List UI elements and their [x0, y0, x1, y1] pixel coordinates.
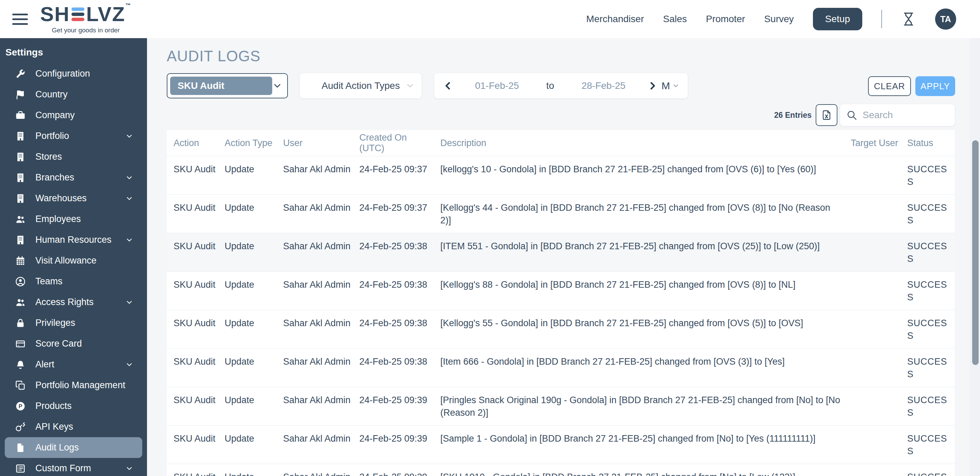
sidebar-item-score-card[interactable]: Score Card — [5, 333, 142, 354]
sidebar-item-visit-allowance[interactable]: Visit Allowance — [5, 250, 142, 271]
sidebar-item-configuration[interactable]: Configuration — [5, 63, 142, 84]
hourglass-icon[interactable] — [901, 11, 916, 27]
granularity-select[interactable]: M — [662, 80, 679, 92]
audit-action-types-placeholder: Audit Action Types — [321, 80, 400, 91]
sidebar-item-employees[interactable]: Employees — [5, 209, 142, 230]
cell-user: Sahar Akl Admin — [283, 471, 360, 476]
sidebar-item-branches[interactable]: Branches — [5, 167, 142, 188]
sidebar-item-label: Configuration — [35, 69, 90, 79]
nav-item-merchandiser[interactable]: Merchandiser — [586, 14, 644, 24]
next-period-button[interactable] — [646, 80, 658, 92]
column-header-target-user: Target User — [851, 138, 907, 149]
cell-user: Sahar Akl Admin — [283, 394, 360, 407]
previous-period-button[interactable] — [442, 80, 454, 92]
sidebar-item-human-resources[interactable]: Human Resources — [5, 230, 142, 250]
sidebar-item-privileges[interactable]: Privileges — [5, 313, 142, 333]
hamburger-menu-icon[interactable] — [12, 14, 28, 25]
chevron-down-icon — [272, 74, 282, 98]
sidebar-item-portfolio-management[interactable]: Portfolio Management — [5, 375, 142, 396]
clear-button[interactable]: CLEAR — [868, 76, 911, 96]
sidebar-item-teams[interactable]: Teams — [5, 271, 142, 292]
table-row: SKU Audit Update Sahar Akl Admin 24-Feb-… — [167, 348, 955, 387]
sidebar-item-api-keys[interactable]: API Keys — [5, 417, 142, 437]
form-icon — [15, 463, 26, 474]
sidebar-item-country[interactable]: Country — [5, 84, 142, 105]
building-icon — [15, 172, 26, 183]
sidebar-item-access-rights[interactable]: Access Rights — [5, 292, 142, 313]
top-bar: SH LVZ ™ Get your goods in order Merchan… — [0, 0, 980, 38]
audit-type-selected-tag[interactable]: SKU Audit — [170, 77, 272, 95]
cell-status: SUCCESS — [907, 201, 955, 227]
table-row: SKU Audit Update Sahar Akl Admin 24-Feb-… — [167, 156, 955, 195]
sidebar-item-warehouses[interactable]: Warehouses — [5, 188, 142, 209]
sidebar-item-label: Employees — [35, 214, 81, 224]
column-header-user: User — [283, 138, 360, 149]
granularity-value: M — [662, 80, 670, 92]
logo-text-suffix: LVZ — [86, 4, 125, 24]
sidebar-item-audit-logs[interactable]: Audit Logs — [5, 437, 142, 458]
cell-created-on: 24-Feb-25 09:38 — [360, 278, 440, 291]
sidebar-item-stores[interactable]: Stores — [5, 146, 142, 167]
table-body: SKU Audit Update Sahar Akl Admin 24-Feb-… — [167, 156, 955, 476]
scrollbar-thumb[interactable] — [972, 140, 978, 365]
cell-action: SKU Audit — [167, 240, 224, 252]
cell-status: SUCCESS — [907, 355, 955, 381]
sidebar-item-label: Country — [35, 89, 68, 100]
sidebar-item-label: Privileges — [35, 318, 75, 328]
avatar[interactable]: TA — [935, 8, 956, 30]
cell-user: Sahar Akl Admin — [283, 240, 360, 252]
building-icon — [15, 235, 26, 246]
apply-button[interactable]: APPLY — [915, 76, 955, 96]
chevron-down-icon — [405, 81, 415, 91]
cell-action-type: Update — [224, 163, 283, 176]
sidebar-item-custom-form[interactable]: Custom Form — [5, 458, 142, 476]
sidebar-item-alert[interactable]: Alert — [5, 354, 142, 375]
cell-user: Sahar Akl Admin — [283, 163, 360, 176]
cell-description: [Kellogg's 55 - Gondola] in [BDD Branch … — [440, 317, 851, 330]
table-header: Action Action Type User Created On (UTC)… — [167, 130, 955, 156]
sidebar-item-label: Products — [35, 401, 72, 411]
cell-description: [Kellogg's 44 - Gondola] in [BDD Branch … — [440, 201, 851, 227]
cell-user: Sahar Akl Admin — [283, 278, 360, 291]
cell-action-type: Update — [224, 317, 283, 330]
building-icon — [15, 152, 26, 163]
top-nav: MerchandiserSalesPromoterSurvey — [586, 14, 794, 24]
cell-action: SKU Audit — [167, 471, 224, 476]
setup-button[interactable]: Setup — [813, 8, 862, 30]
svg-text:P: P — [19, 403, 22, 409]
date-to-value[interactable]: 28-Feb-25 — [560, 80, 646, 91]
nav-item-promoter[interactable]: Promoter — [706, 14, 745, 24]
sidebar-item-products[interactable]: P Products — [5, 396, 142, 417]
cell-action: SKU Audit — [167, 394, 224, 407]
sidebar-item-label: Human Resources — [35, 235, 111, 245]
p-circle-icon: P — [15, 401, 26, 412]
sidebar-title: Settings — [0, 38, 147, 61]
table-row: SKU Audit Update Sahar Akl Admin 24-Feb-… — [167, 233, 955, 272]
sidebar-item-portfolio[interactable]: Portfolio — [5, 126, 142, 146]
cell-action-type: Update — [224, 201, 283, 214]
sidebar-item-label: Visit Allowance — [35, 256, 97, 266]
scrollbar-track[interactable] — [970, 38, 980, 476]
sidebar-item-company[interactable]: Company — [5, 105, 142, 126]
user-circle-icon — [15, 276, 26, 287]
nav-item-sales[interactable]: Sales — [663, 14, 687, 24]
calendar-icon — [15, 256, 26, 266]
sidebar-item-label: Teams — [35, 276, 63, 287]
search-input[interactable] — [862, 110, 949, 121]
sidebar-item-label: Warehouses — [35, 193, 87, 204]
audit-type-select[interactable]: SKU Audit — [167, 73, 288, 98]
file-icon — [15, 442, 26, 453]
date-from-value[interactable]: 01-Feb-25 — [454, 80, 540, 91]
cell-action-type: Update — [224, 240, 283, 252]
sidebar-item-label: Stores — [35, 152, 62, 162]
nav-item-survey[interactable]: Survey — [764, 14, 794, 24]
key-icon — [15, 422, 26, 433]
audit-action-types-select[interactable]: Audit Action Types — [300, 73, 422, 98]
cell-created-on: 24-Feb-25 09:38 — [360, 240, 440, 252]
shelvz-logo: SH LVZ ™ Get your goods in order — [40, 4, 131, 34]
chevron-down-icon — [125, 174, 134, 182]
sidebar-item-label: Portfolio Management — [35, 380, 125, 391]
cell-status: SUCCESS — [907, 471, 955, 476]
table-row: SKU Audit Update Sahar Akl Admin 24-Feb-… — [167, 425, 955, 464]
export-excel-button[interactable] — [816, 104, 837, 126]
